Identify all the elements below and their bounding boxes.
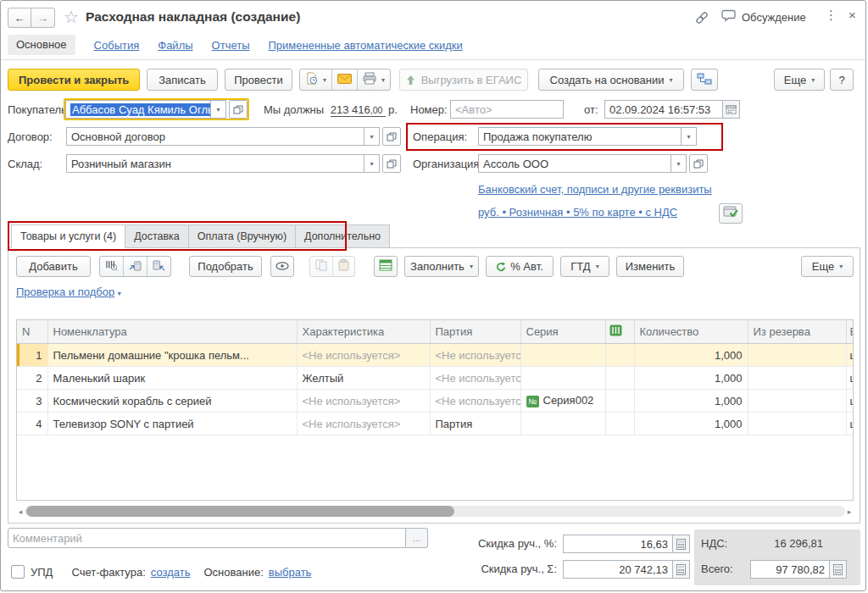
scrollbar-thumb[interactable] bbox=[26, 506, 454, 517]
organization-dropdown-button[interactable]: ▾ bbox=[671, 154, 687, 173]
related-documents-button[interactable] bbox=[691, 69, 718, 91]
discount-sum-input[interactable] bbox=[563, 560, 673, 579]
buyer-open-button[interactable] bbox=[229, 100, 248, 119]
col-nomenclature[interactable]: Номенклатура bbox=[47, 320, 297, 344]
calculator-icon[interactable] bbox=[830, 560, 847, 579]
col-characteristic[interactable]: Характеристика bbox=[297, 320, 430, 344]
col-series-icon[interactable] bbox=[605, 320, 634, 344]
table-settings-button[interactable] bbox=[374, 256, 398, 277]
tab-goods-services[interactable]: Товары и услуги (4) bbox=[11, 224, 125, 248]
buyer-dropdown-button[interactable]: ▾ bbox=[211, 100, 226, 119]
col-reserve[interactable]: Из резерва bbox=[748, 320, 846, 344]
contract-open-button[interactable] bbox=[382, 127, 401, 146]
table-more-button[interactable]: Еще▾ bbox=[801, 256, 854, 277]
view-button[interactable] bbox=[270, 256, 294, 277]
auto-discount-button[interactable]: % Авт. bbox=[486, 256, 554, 277]
contract-dropdown-button[interactable]: ▾ bbox=[364, 127, 380, 146]
forward-button[interactable]: → bbox=[31, 8, 55, 28]
col-series[interactable]: Серия bbox=[520, 320, 605, 344]
col-batch[interactable]: Партия bbox=[430, 320, 520, 344]
more-actions-button[interactable]: Еще▾ bbox=[774, 69, 825, 91]
table-row[interactable]: 2 Маленький шарик Желтый <Не используетс… bbox=[17, 367, 853, 390]
warehouse-field-group: Розничный магазин ▾ bbox=[66, 154, 401, 173]
debt-amount-link[interactable]: 213 416,00 bbox=[331, 103, 386, 117]
add-row-button[interactable]: Добавить bbox=[16, 256, 91, 277]
post-button[interactable]: Провести bbox=[225, 69, 292, 91]
fill-button[interactable]: Заполнить▾ bbox=[404, 256, 479, 277]
price-settings-link[interactable]: руб. • Розничная • 5% по карте • с НДС bbox=[478, 206, 677, 219]
discussion-button[interactable]: Обсуждение bbox=[721, 9, 806, 25]
back-button[interactable]: ← bbox=[8, 8, 31, 28]
terminal-load-button[interactable] bbox=[124, 257, 147, 276]
total-input[interactable] bbox=[750, 560, 830, 579]
price-kind-button[interactable] bbox=[719, 203, 743, 224]
barcode-scan-button[interactable] bbox=[100, 257, 124, 276]
discount-pct-group bbox=[563, 535, 690, 553]
warehouse-open-button[interactable] bbox=[382, 154, 401, 173]
table-row[interactable]: 3 Космический корабль с серией <Не испол… bbox=[17, 390, 853, 413]
create-based-on-button[interactable]: Создать на основании▾ bbox=[538, 69, 684, 91]
nav-tab-events[interactable]: События bbox=[94, 39, 140, 52]
warehouse-input[interactable]: Розничный магазин bbox=[66, 154, 364, 173]
comment-expand-button[interactable]: ... bbox=[406, 528, 428, 548]
page-title: Расходная накладная (создание) bbox=[86, 9, 300, 25]
calculator-icon[interactable] bbox=[673, 535, 690, 553]
bank-details-link[interactable]: Банковский счет, подписи и другие реквиз… bbox=[478, 183, 712, 196]
egais-upload-button[interactable]: Выгрузить в ЕГАИС bbox=[399, 69, 528, 91]
table-row[interactable]: 4 Телевизор SONY с партией <Не используе… bbox=[17, 413, 853, 435]
gtd-button[interactable]: ГТД▾ bbox=[560, 256, 609, 277]
tab-additional[interactable]: Дополнительно bbox=[296, 224, 390, 248]
contract-input[interactable]: Основной договор bbox=[66, 127, 364, 146]
get-link-icon[interactable] bbox=[694, 11, 709, 27]
nav-tab-reports[interactable]: Отчеты bbox=[212, 39, 250, 52]
edit-row-button[interactable]: Изменить bbox=[616, 256, 684, 277]
more-menu-icon[interactable]: ⋮ bbox=[825, 8, 837, 23]
col-unit[interactable]: Ед. bbox=[846, 320, 853, 344]
date-input[interactable] bbox=[604, 100, 723, 119]
check-and-pick-link[interactable]: Проверка и подбор ▾ bbox=[16, 285, 121, 298]
table-row[interactable]: 1 Пельмени домашние "крошка пельм... <Не… bbox=[17, 344, 853, 367]
operation-dropdown-button[interactable]: ▾ bbox=[682, 127, 697, 146]
buyer-input[interactable]: Аббасов Суад Кямиль Оглы bbox=[65, 100, 211, 119]
print-button[interactable]: ▾ bbox=[358, 69, 390, 90]
tab-delivery[interactable]: Доставка bbox=[125, 224, 189, 248]
copy-rows-button[interactable] bbox=[310, 257, 333, 276]
scrollbar-track[interactable] bbox=[25, 506, 845, 517]
chevron-down-icon: ▾ bbox=[470, 263, 473, 270]
col-n[interactable]: N bbox=[17, 320, 47, 344]
document-movements-button[interactable]: ▾ bbox=[300, 69, 332, 90]
chevron-down-icon: ▾ bbox=[669, 76, 672, 84]
organization-open-button[interactable] bbox=[689, 154, 708, 173]
upd-checkbox[interactable] bbox=[11, 565, 25, 579]
terminal-unload-button[interactable] bbox=[147, 257, 170, 276]
scroll-right-icon[interactable]: ▸ bbox=[845, 507, 854, 516]
tab-payment[interactable]: Оплата (Вручную) bbox=[189, 224, 296, 248]
chevron-down-icon: ▾ bbox=[118, 290, 121, 297]
discount-pct-input[interactable] bbox=[563, 535, 673, 553]
close-icon[interactable]: × bbox=[849, 8, 856, 22]
paste-rows-button[interactable] bbox=[333, 257, 354, 276]
save-button[interactable]: Записать bbox=[147, 69, 218, 91]
organization-input[interactable]: Ассоль ООО bbox=[478, 154, 671, 173]
scroll-left-icon[interactable]: ◂ bbox=[16, 507, 25, 516]
basis-choose-link[interactable]: выбрать bbox=[269, 566, 312, 579]
nav-tab-files[interactable]: Файлы bbox=[158, 39, 192, 52]
favorite-star-icon[interactable]: ☆ bbox=[64, 7, 79, 27]
post-and-close-button[interactable]: Провести и закрыть bbox=[8, 69, 140, 91]
warehouse-dropdown-button[interactable]: ▾ bbox=[364, 154, 380, 173]
calculator-icon[interactable] bbox=[673, 560, 690, 579]
number-input[interactable] bbox=[450, 100, 564, 119]
debt-prefix: Мы должны bbox=[264, 103, 324, 116]
comment-input[interactable] bbox=[8, 528, 406, 548]
calendar-button[interactable] bbox=[723, 100, 740, 119]
operation-input[interactable]: Продажа покупателю bbox=[478, 127, 682, 146]
help-button[interactable]: ? bbox=[830, 69, 854, 91]
send-email-button[interactable] bbox=[332, 69, 358, 90]
nav-tab-auto-discounts[interactable]: Примененные автоматические скидки bbox=[269, 39, 463, 52]
operation-label: Операция: bbox=[413, 128, 467, 147]
invoice-create-link[interactable]: создать bbox=[151, 566, 191, 579]
nav-tab-main[interactable]: Основное bbox=[8, 35, 75, 55]
col-quantity[interactable]: Количество bbox=[634, 320, 748, 344]
pick-items-button[interactable]: Подобрать bbox=[189, 256, 262, 277]
table-horizontal-scrollbar[interactable]: ◂ ▸ bbox=[16, 505, 854, 518]
